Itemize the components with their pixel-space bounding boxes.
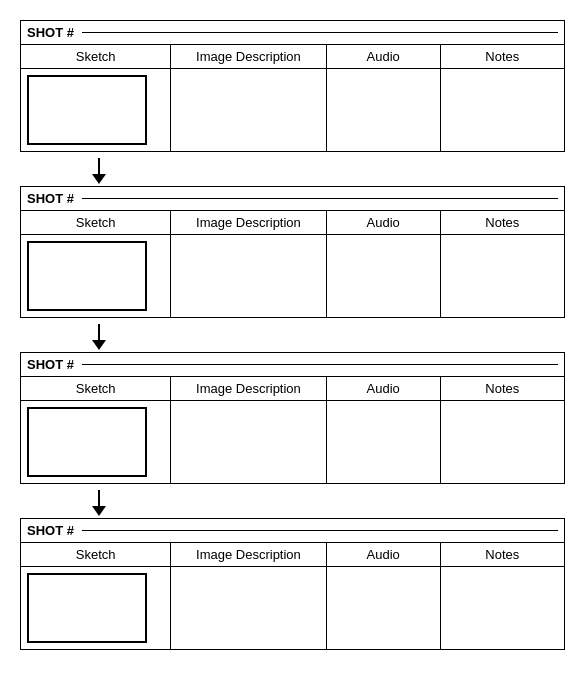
col-notes-1: Notes bbox=[440, 45, 564, 69]
audio-area-1[interactable] bbox=[326, 69, 440, 152]
col-sketch-3: Sketch bbox=[21, 377, 171, 401]
col-audio-4: Audio bbox=[326, 543, 440, 567]
notes-area-2[interactable] bbox=[440, 235, 564, 318]
audio-area-3[interactable] bbox=[326, 401, 440, 484]
image-desc-area-3[interactable] bbox=[171, 401, 326, 484]
col-sketch-4: Sketch bbox=[21, 543, 171, 567]
arrow-1 bbox=[20, 158, 565, 184]
col-audio-2: Audio bbox=[326, 211, 440, 235]
shot-table-4: Sketch Image Description Audio Notes bbox=[20, 542, 565, 650]
col-image-desc-4: Image Description bbox=[171, 543, 326, 567]
col-notes-4: Notes bbox=[440, 543, 564, 567]
shot-label-2: SHOT # bbox=[27, 191, 74, 206]
notes-area-1[interactable] bbox=[440, 69, 564, 152]
sketch-box-4 bbox=[27, 573, 147, 643]
sketch-area-3[interactable] bbox=[21, 401, 171, 484]
shot-table-2: Sketch Image Description Audio Notes bbox=[20, 210, 565, 318]
arrow-line-1 bbox=[98, 158, 100, 174]
col-audio-1: Audio bbox=[326, 45, 440, 69]
shot-table-3: Sketch Image Description Audio Notes bbox=[20, 376, 565, 484]
notes-area-3[interactable] bbox=[440, 401, 564, 484]
col-sketch-2: Sketch bbox=[21, 211, 171, 235]
arrow-line-3 bbox=[98, 490, 100, 506]
col-image-desc-3: Image Description bbox=[171, 377, 326, 401]
shot-label-4: SHOT # bbox=[27, 523, 74, 538]
col-image-desc-2: Image Description bbox=[171, 211, 326, 235]
col-notes-2: Notes bbox=[440, 211, 564, 235]
arrow-head-1 bbox=[92, 174, 106, 184]
shot-line-3 bbox=[82, 364, 558, 365]
down-arrow-2 bbox=[92, 324, 106, 350]
sketch-area-2[interactable] bbox=[21, 235, 171, 318]
shot-line-4 bbox=[82, 530, 558, 531]
col-sketch-1: Sketch bbox=[21, 45, 171, 69]
image-desc-area-1[interactable] bbox=[171, 69, 326, 152]
sketch-box-2 bbox=[27, 241, 147, 311]
image-desc-area-2[interactable] bbox=[171, 235, 326, 318]
col-notes-3: Notes bbox=[440, 377, 564, 401]
table-row bbox=[21, 401, 565, 484]
audio-area-2[interactable] bbox=[326, 235, 440, 318]
col-audio-3: Audio bbox=[326, 377, 440, 401]
sketch-box-1 bbox=[27, 75, 147, 145]
down-arrow-1 bbox=[92, 158, 106, 184]
sketch-area-4[interactable] bbox=[21, 567, 171, 650]
arrow-line-2 bbox=[98, 324, 100, 340]
shot-block-3: SHOT # Sketch Image Description Audio No… bbox=[20, 352, 565, 484]
sketch-area-1[interactable] bbox=[21, 69, 171, 152]
shot-block-1: SHOT # Sketch Image Description Audio No… bbox=[20, 20, 565, 152]
shot-line-2 bbox=[82, 198, 558, 199]
down-arrow-3 bbox=[92, 490, 106, 516]
arrow-head-3 bbox=[92, 506, 106, 516]
audio-area-4[interactable] bbox=[326, 567, 440, 650]
col-image-desc-1: Image Description bbox=[171, 45, 326, 69]
shot-line-1 bbox=[82, 32, 558, 33]
table-row bbox=[21, 69, 565, 152]
shot-header-2: SHOT # bbox=[20, 186, 565, 210]
shot-label-1: SHOT # bbox=[27, 25, 74, 40]
sketch-box-3 bbox=[27, 407, 147, 477]
notes-area-4[interactable] bbox=[440, 567, 564, 650]
shot-header-1: SHOT # bbox=[20, 20, 565, 44]
storyboard-container: SHOT # Sketch Image Description Audio No… bbox=[20, 20, 565, 654]
shot-header-4: SHOT # bbox=[20, 518, 565, 542]
shot-table-1: Sketch Image Description Audio Notes bbox=[20, 44, 565, 152]
table-row bbox=[21, 235, 565, 318]
shot-header-3: SHOT # bbox=[20, 352, 565, 376]
shot-label-3: SHOT # bbox=[27, 357, 74, 372]
arrow-2 bbox=[20, 324, 565, 350]
arrow-head-2 bbox=[92, 340, 106, 350]
arrow-3 bbox=[20, 490, 565, 516]
shot-block-4: SHOT # Sketch Image Description Audio No… bbox=[20, 518, 565, 650]
shot-block-2: SHOT # Sketch Image Description Audio No… bbox=[20, 186, 565, 318]
table-row bbox=[21, 567, 565, 650]
image-desc-area-4[interactable] bbox=[171, 567, 326, 650]
